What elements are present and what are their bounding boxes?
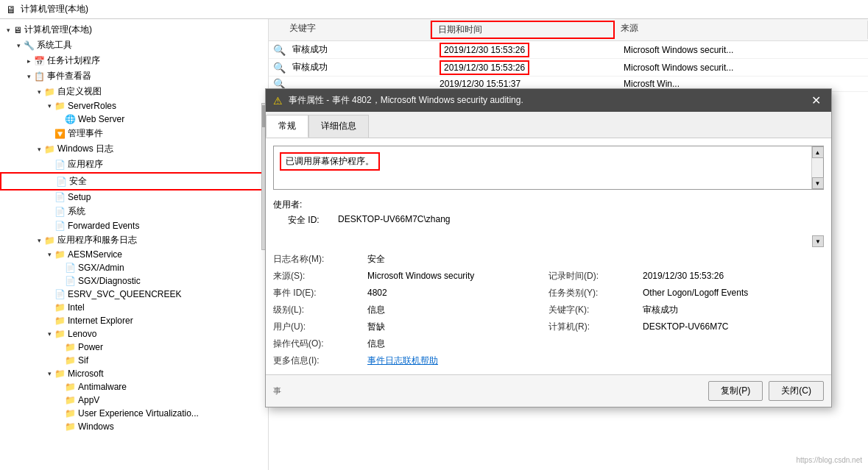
sidebar-item-task-scheduler[interactable]: ▸📅任务计划程序 — [0, 53, 268, 68]
tree-label: Web Server — [78, 114, 124, 124]
source-value: Microsoft Windows security — [367, 271, 474, 281]
sidebar-item-event-viewer[interactable]: ▾📋事件查看器 — [0, 68, 268, 84]
sidebar-item-sif[interactable]: 📁Sif — [0, 354, 268, 367]
tree-label: Setup — [68, 192, 91, 202]
sidebar-tree: ▾🖥计算机管理(本地)▾🔧系统工具▸📅任务计划程序▾📋事件查看器▾📁自定义视图▾… — [0, 19, 269, 470]
tree-label: Windows 日志 — [57, 143, 113, 155]
tree-label: AESMService — [68, 249, 122, 260]
event-properties-modal: ⚠ 事件属性 - 事件 4802，Microsoft Windows secur… — [265, 88, 832, 407]
more-info-label: 更多信息(I): — [273, 355, 361, 367]
sidebar-item-security[interactable]: 📄安全 — [0, 172, 268, 191]
tree-label: Intel — [68, 302, 85, 313]
modal-tabs: 常规 详细信息 — [266, 112, 831, 138]
sidebar-item-intel[interactable]: 📁Intel — [0, 301, 268, 314]
modal-footer: 事 复制(P) 关闭(C) — [266, 374, 831, 407]
event-row[interactable]: 🔍 审核成功 2019/12/30 15:53:26 Microsoft Win… — [269, 59, 868, 76]
tree-icon: 🖥 — [13, 25, 22, 35]
tree-icon: 📁 — [54, 316, 66, 326]
datetime-header: 日期和时间 — [431, 21, 615, 39]
tab-details[interactable]: 详细信息 — [308, 115, 369, 138]
event-source: Microsoft Windows securit... — [618, 62, 865, 74]
tree-label: 任务计划程序 — [47, 54, 100, 67]
tree-icon: 📁 — [65, 382, 76, 392]
task-category-label: 任务类别(Y): — [548, 287, 637, 299]
column-headers: 关键字 日期和时间 来源 — [269, 19, 868, 41]
sidebar-item-system[interactable]: 📄系统 — [0, 204, 268, 219]
tree-icon: 📄 — [54, 289, 66, 299]
computer-icon: 🖥 — [6, 4, 16, 15]
tree-label: User Experience Virtualizatio... — [78, 408, 199, 419]
tree-icon: 📁 — [44, 87, 55, 97]
log-name-value: 安全 — [367, 253, 385, 266]
footer-left: 事 — [273, 385, 281, 396]
sidebar-item-antimalware[interactable]: 📁Antimalware — [0, 380, 268, 394]
event-id-label: 事件 ID(E): — [273, 287, 361, 299]
scroll-up-btn[interactable]: ▲ — [812, 146, 824, 158]
modal-close-button[interactable]: ✕ — [808, 93, 824, 107]
scroll-indicator: ▼ — [812, 235, 824, 247]
sidebar-item-system-tools[interactable]: ▾🔧系统工具 — [0, 38, 268, 53]
sidebar-item-forwarded-events[interactable]: 📄Forwarded Events — [0, 219, 268, 232]
more-info-row: 更多信息(I): 事件日志联机帮助 — [273, 355, 548, 367]
description-text: 已调用屏幕保护程序。 — [280, 152, 380, 171]
sidebar-item-app-service-log[interactable]: ▾📁应用程序和服务日志 — [0, 232, 268, 248]
tree-label: SGX/Diagnostic — [78, 276, 141, 286]
tree-label: Lenovo — [68, 329, 96, 339]
sidebar-item-sgx-diagnostic[interactable]: 📄SGX/Diagnostic — [0, 274, 268, 288]
sidebar-item-root[interactable]: ▾🖥计算机管理(本地) — [0, 22, 268, 38]
sidebar-item-internet-explorer[interactable]: 📁Internet Explorer — [0, 314, 268, 327]
tree-icon: 📁 — [54, 368, 66, 379]
sidebar-item-windows-log[interactable]: ▾📁Windows 日志 — [0, 141, 268, 157]
more-info-link[interactable]: 事件日志联机帮助 — [367, 355, 438, 367]
copy-button[interactable]: 复制(P) — [708, 381, 763, 401]
sidebar-item-sgx-admin[interactable]: 📄SGX/Admin — [0, 261, 268, 274]
event-keyword — [286, 83, 434, 85]
user-label: 使用者: — [273, 199, 824, 211]
audit-icon: 🔍 — [273, 44, 286, 56]
watermark: https://blog.csdn.net — [796, 456, 862, 464]
tree-icon: 📄 — [65, 263, 76, 273]
tree-arrow: ▾ — [3, 26, 13, 34]
tree-icon: 🔧 — [24, 40, 35, 51]
tree-icon: 📁 — [65, 408, 76, 419]
tree-icon: 📁 — [65, 355, 76, 366]
sidebar-item-lenovo[interactable]: ▾📁Lenovo — [0, 327, 268, 341]
tab-general[interactable]: 常规 — [266, 115, 308, 138]
modal-titlebar: ⚠ 事件属性 - 事件 4802，Microsoft Windows secur… — [266, 89, 831, 112]
task-category-row: 任务类别(Y): Other Logon/Logoff Events — [548, 287, 824, 299]
sidebar-item-power[interactable]: 📁Power — [0, 341, 268, 354]
sidebar-item-custom-views[interactable]: ▾📁自定义视图 — [0, 84, 268, 99]
sidebar-item-appv[interactable]: 📁AppV — [0, 394, 268, 407]
event-keyword: 审核成功 — [286, 43, 434, 57]
tree-arrow: ▾ — [44, 330, 54, 338]
sidebar-item-application[interactable]: 📄应用程序 — [0, 157, 268, 172]
sidebar-item-setup[interactable]: 📄Setup — [0, 191, 268, 204]
sidebar-item-user-exp[interactable]: 📁User Experience Virtualizatio... — [0, 407, 268, 420]
sidebar-item-aesm-service[interactable]: ▾📁AESMService — [0, 248, 268, 261]
tree-icon: 📁 — [54, 302, 66, 313]
sidebar-item-manage-events[interactable]: 🔽管理事件 — [0, 126, 268, 141]
user-prop-value: 暂缺 — [367, 321, 385, 333]
sidebar-item-microsoft[interactable]: ▾📁Microsoft — [0, 367, 268, 380]
sidebar-item-esrv-svc[interactable]: 📄ESRV_SVC_QUEENCREEK — [0, 288, 268, 301]
tree-label: ESRV_SVC_QUEENCREEK — [68, 289, 182, 299]
tree-label: Windows — [78, 421, 114, 432]
source-label: 来源(S): — [273, 270, 361, 282]
tree-icon: 📁 — [54, 101, 66, 111]
opcode-row: 操作代码(O): 信息 — [273, 338, 548, 350]
tree-label: 应用程序和服务日志 — [57, 234, 137, 246]
event-row[interactable]: 🔍 审核成功 2019/12/30 15:53:26 Microsoft Win… — [269, 41, 868, 59]
event-source: Microsoft Windows securit... — [618, 44, 865, 56]
sidebar-item-windows-sub[interactable]: 📁Windows — [0, 420, 268, 433]
modal-icon: ⚠ — [273, 95, 283, 107]
tree-label: 计算机管理(本地) — [24, 24, 92, 36]
sidebar-item-web-server[interactable]: 🌐Web Server — [0, 113, 268, 126]
tree-icon: 📄 — [54, 160, 66, 170]
opcode-value: 信息 — [367, 338, 385, 350]
tree-arrow: ▾ — [24, 73, 34, 80]
record-time-label: 记录时间(D): — [548, 270, 637, 282]
user-section: 使用者: 安全 ID: DESKTOP-UV66M7C\zhang — [273, 199, 824, 227]
close-button[interactable]: 关闭(C) — [769, 381, 824, 401]
sidebar-item-server-roles[interactable]: ▾📁ServerRoles — [0, 99, 268, 113]
scroll-down-btn[interactable]: ▼ — [812, 177, 824, 189]
